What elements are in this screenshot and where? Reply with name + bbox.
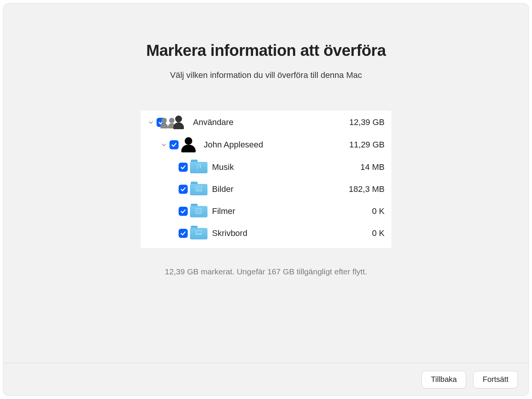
tree-label: John Appleseed	[204, 140, 263, 150]
movies-folder-icon	[190, 204, 208, 219]
checkbox-desktop[interactable]	[179, 229, 188, 238]
music-folder-icon	[190, 160, 208, 175]
checkbox-john[interactable]	[169, 140, 179, 149]
tree-label: Musik	[212, 162, 234, 172]
tree-size: 0 K	[372, 228, 385, 238]
tree-row-desktop[interactable]: Skrivbord 0 K	[141, 222, 391, 244]
status-text: 12,39 GB markerat. Ungefär 167 GB tillgä…	[165, 267, 367, 276]
users-group-icon	[168, 115, 189, 130]
checkbox-music[interactable]	[179, 163, 188, 172]
tree-size: 11,29 GB	[349, 140, 385, 150]
chevron-down-icon[interactable]	[160, 141, 167, 148]
migration-assistant-window: Markera information att överföra Välj vi…	[3, 3, 529, 396]
desktop-folder-icon	[190, 226, 208, 241]
tree-row-music[interactable]: Musik 14 MB	[141, 156, 391, 178]
tree-size: 0 K	[372, 206, 385, 216]
tree-size: 12,39 GB	[349, 117, 385, 127]
content-area: Markera information att överföra Välj vi…	[3, 3, 529, 363]
transfer-tree-panel: Användare 12,39 GB John Appleseed 11,29 …	[141, 111, 391, 248]
checkbox-movies[interactable]	[179, 207, 188, 216]
tree-size: 182,3 MB	[349, 184, 385, 194]
tree-row-users[interactable]: Användare 12,39 GB	[141, 111, 391, 133]
page-title: Markera information att överföra	[146, 41, 386, 60]
user-icon	[181, 136, 200, 153]
page-subtitle: Välj vilken information du vill överföra…	[170, 70, 362, 80]
chevron-down-icon[interactable]	[147, 119, 154, 126]
footer-bar: Tillbaka Fortsätt	[3, 363, 529, 396]
checkbox-pictures[interactable]	[179, 185, 188, 194]
tree-row-john[interactable]: John Appleseed 11,29 GB	[141, 133, 391, 156]
svg-rect-2	[196, 208, 202, 213]
tree-size: 14 MB	[360, 162, 385, 172]
tree-label: Filmer	[212, 206, 235, 216]
svg-rect-5	[196, 231, 202, 234]
continue-button[interactable]: Fortsätt	[473, 371, 518, 388]
tree-label: Användare	[193, 117, 233, 127]
back-button[interactable]: Tillbaka	[421, 371, 466, 388]
tree-label: Bilder	[212, 184, 233, 194]
pictures-folder-icon	[190, 182, 208, 197]
tree-row-movies[interactable]: Filmer 0 K	[141, 200, 391, 222]
tree-label: Skrivbord	[212, 228, 247, 238]
tree-row-pictures[interactable]: Bilder 182,3 MB	[141, 178, 391, 200]
